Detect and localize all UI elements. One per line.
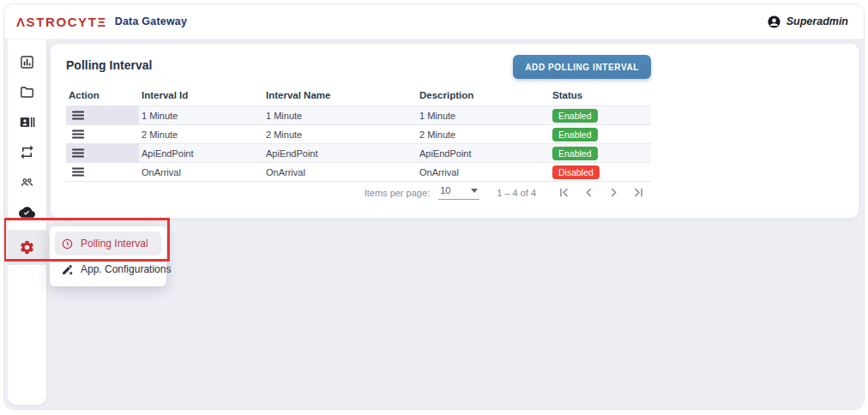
row-menu-icon[interactable] [69,109,88,122]
cloud-check-icon [19,204,35,220]
branding: ΛSTROCYTΞ Data Gateway [16,15,187,29]
status-badge: Enabled [552,147,598,160]
status-badge: Disabled [552,165,600,179]
app-header: ΛSTROCYTΞ Data Gateway Superadmin [4,4,864,39]
card-title: Polling Interval [66,58,152,72]
status-cell: Disabled [550,163,651,182]
paginator: Items per page: 10 1 – 4 of 4 [365,184,651,201]
interval-id-cell: 2 Minute [139,125,263,144]
contacts-icon [19,114,35,130]
add-polling-interval-button[interactable]: ADD POLLING INTERVAL [513,55,651,79]
first-page-button[interactable] [552,184,576,201]
clock-icon [61,238,74,250]
menu-item-polling-interval[interactable]: Polling Interval [55,232,161,256]
column-header-action: Action [66,87,139,106]
table-row: ApiEndPoint ApiEndPoint ApiEndPoint Enab… [66,144,651,163]
description-cell: ApiEndPoint [417,144,550,163]
interval-id-cell: ApiEndPoint [139,144,263,163]
interval-name-cell: OnArrival [263,163,417,182]
caret-down-icon [471,189,478,193]
app-title: Data Gateway [115,15,187,27]
sidebar-item-folders[interactable] [8,77,46,107]
main-area: Polling Interval ADD POLLING INTERVAL Ac… [4,39,864,409]
column-header-status: Status [550,87,651,106]
account-circle-icon [767,15,781,29]
items-per-page-select[interactable]: 10 [438,185,479,200]
sidebar-item-contacts[interactable] [8,107,46,137]
table-header-row: Action Interval Id Interval Name Descrip… [66,87,651,106]
repeat-icon [19,144,35,160]
settings-dropdown-menu: Polling Interval App. Configurations [50,226,166,286]
description-cell: 2 Minute [417,125,550,144]
column-header-description: Description [417,87,550,106]
gear-icon [19,239,35,256]
range-label: 1 – 4 of 4 [497,188,536,198]
table-row: 2 Minute 2 Minute 2 Minute Enabled [66,125,651,144]
status-cell: Enabled [550,144,651,163]
user-name: Superadmin [787,15,848,27]
status-badge: Enabled [552,109,598,123]
next-page-button[interactable] [601,184,626,201]
interval-name-cell: 1 Minute [263,106,417,125]
app-window: ΛSTROCYTΞ Data Gateway Superadmin [3,3,865,410]
group-icon [19,174,35,190]
folder-icon [19,84,35,100]
menu-item-label: Polling Interval [81,238,148,250]
row-menu-icon[interactable] [69,147,88,159]
table-row: OnArrival OnArrival OnArrival Disabled [66,163,651,182]
column-header-interval-name: Interval Name [263,87,417,106]
status-cell: Enabled [550,125,651,144]
menu-item-app-configurations[interactable]: App. Configurations [55,257,161,281]
sidebar [8,39,46,405]
user-menu[interactable]: Superadmin [767,15,848,29]
sidebar-item-transfers[interactable] [8,137,46,167]
sidebar-item-settings[interactable] [8,230,46,265]
sidebar-item-dashboard[interactable] [8,47,46,77]
status-cell: Enabled [550,106,651,125]
sidebar-item-users[interactable] [8,167,46,197]
row-menu-icon[interactable] [69,165,88,178]
items-per-page-label: Items per page: [365,188,430,198]
astrocyte-logo: ΛSTROCYTΞ [16,15,107,29]
polling-interval-card: Polling Interval ADD POLLING INTERVAL Ac… [50,43,859,219]
column-header-interval-id: Interval Id [139,87,263,106]
status-badge: Enabled [552,128,598,141]
interval-id-cell: 1 Minute [139,106,263,125]
last-page-button[interactable] [626,184,651,201]
items-per-page-value: 10 [440,185,450,195]
row-menu-icon[interactable] [69,128,88,141]
interval-name-cell: 2 Minute [263,125,417,144]
polling-interval-table: Action Interval Id Interval Name Descrip… [66,87,651,182]
previous-page-button[interactable] [576,184,601,201]
table-row: 1 Minute 1 Minute 1 Minute Enabled [66,106,651,125]
menu-item-label: App. Configurations [81,263,171,275]
interval-name-cell: ApiEndPoint [263,144,417,163]
description-cell: OnArrival [417,163,550,182]
description-cell: 1 Minute [417,106,550,125]
design-services-icon [61,263,74,276]
sidebar-item-cloud-sync[interactable] [8,197,46,227]
bar-chart-icon [19,54,35,70]
interval-id-cell: OnArrival [139,163,263,182]
